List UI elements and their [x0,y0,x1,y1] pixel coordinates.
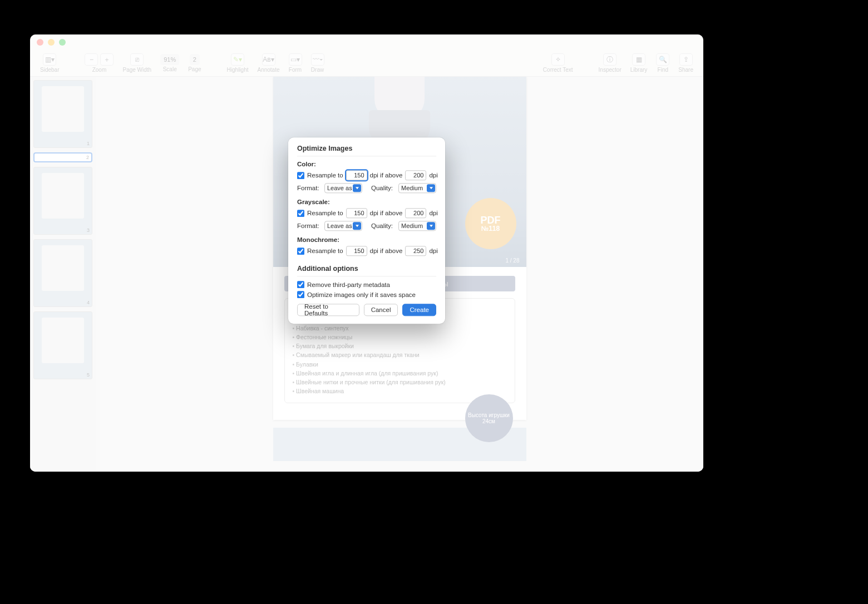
reset-defaults-button[interactable]: Reset to Defaults [297,304,359,316]
dialog-title: Optimize Images [297,145,436,152]
cancel-button[interactable]: Cancel [364,304,398,316]
monochrome-dpi-above-input[interactable] [405,246,426,256]
create-button[interactable]: Create [402,304,436,316]
remove-metadata-checkbox[interactable] [297,281,304,288]
monochrome-resample-checkbox[interactable] [297,247,304,255]
additional-options-title: Additional options [297,265,436,273]
chevron-down-icon [427,184,435,192]
color-format-select[interactable]: Leave as is [324,183,362,193]
chevron-down-icon [353,184,361,192]
color-dpi-above-input[interactable] [405,170,426,180]
grayscale-dpi-above-input[interactable] [405,208,426,218]
chevron-down-icon [353,222,361,230]
grayscale-section-label: Grayscale: [297,199,436,205]
color-section-label: Color: [297,161,436,167]
chevron-down-icon [427,222,435,230]
optimize-only-if-saves-checkbox[interactable] [297,291,304,298]
app-window: ▥▾ Sidebar − ＋ Zoom ⎚ Page Width 91% Sca… [30,34,703,472]
color-dpi-input[interactable] [346,170,367,180]
grayscale-dpi-input[interactable] [346,208,367,218]
grayscale-format-select[interactable]: Leave as is [324,221,362,231]
grayscale-resample-checkbox[interactable] [297,210,304,217]
monochrome-dpi-input[interactable] [346,246,367,256]
grayscale-quality-select[interactable]: Medium [398,221,436,231]
monochrome-section-label: Monochrome: [297,236,436,243]
color-quality-select[interactable]: Medium [398,183,436,193]
color-resample-checkbox[interactable] [297,172,304,179]
optimize-images-dialog: Optimize Images Color: Resample to dpi i… [288,137,445,324]
